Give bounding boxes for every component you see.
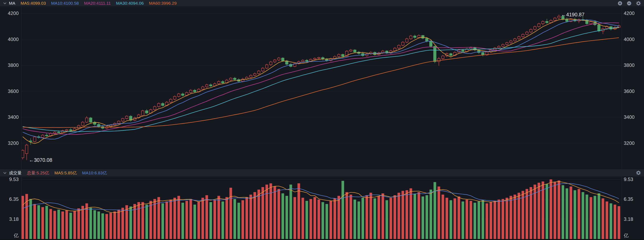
volume-total-legend: 总量:5.25亿: [27, 170, 49, 176]
ma10-legend: MA10:4100.58: [51, 1, 79, 6]
ma60-legend: MA60:3996.29: [149, 1, 177, 6]
main-pane-header: MA MA5:4099.03 MA10:4100.58 MA20:4111.11…: [0, 0, 644, 7]
candlestick-chart[interactable]: [0, 0, 644, 240]
ma30-legend: MA30:4094.06: [116, 1, 144, 6]
ma10-line: [23, 20, 619, 139]
ma60-line: [23, 38, 619, 128]
pane-divider: [0, 239, 644, 240]
volume-ma10-line: [23, 183, 619, 210]
zoom-out-icon[interactable]: [626, 1, 632, 6]
volume-ma-lines-group: [23, 181, 619, 213]
candles-group: [21, 14, 620, 160]
price-annotation: ←4190.87: [561, 11, 584, 17]
zoom-in-icon[interactable]: [618, 1, 622, 6]
volume-ma5-legend: MA5:5.85亿: [54, 170, 77, 176]
ma20-line: [23, 23, 619, 134]
ma5-legend: MA5:4099.03: [21, 1, 46, 6]
chevron-down-icon[interactable]: [3, 1, 7, 5]
volume-ma10-legend: MA10:6.83亿: [82, 170, 107, 176]
stock-chart-app: MA MA5:4099.03 MA10:4100.58 MA20:4111.11…: [0, 0, 644, 240]
ma20-legend: MA20:4111.11: [84, 1, 111, 6]
volume-pane-header: 成交量 总量:5.25亿 MA5:5.85亿 MA10:6.83亿: [0, 169, 644, 177]
chevron-down-icon[interactable]: [3, 171, 7, 175]
indicator-label: MA: [9, 1, 16, 6]
price-annotation: ←3070.08: [29, 157, 52, 163]
settings-gear-icon[interactable]: [636, 0, 641, 6]
volume-title: 成交量: [9, 170, 22, 176]
ma30-line: [23, 27, 619, 132]
volume-ma5-line: [23, 181, 619, 213]
settings-gear-icon[interactable]: [636, 170, 641, 176]
volume-bars-group: [21, 179, 620, 239]
